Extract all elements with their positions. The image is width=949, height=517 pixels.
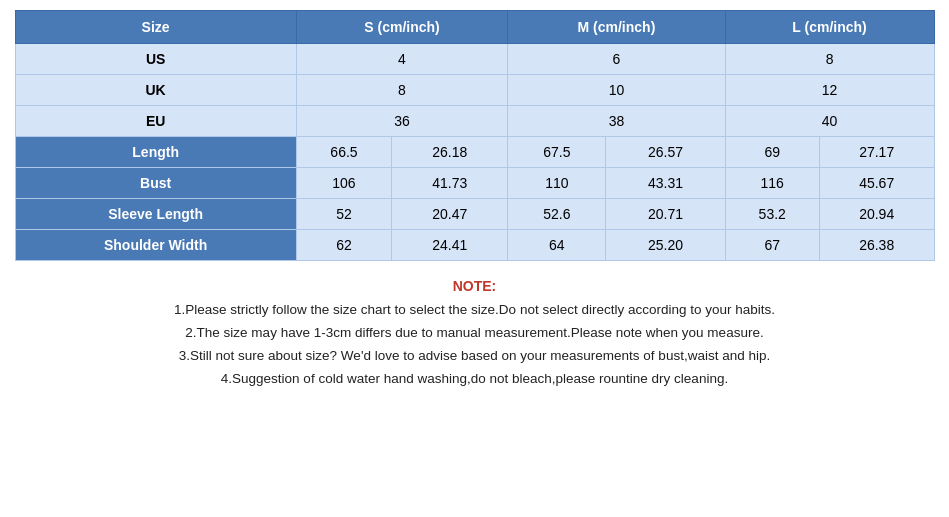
label-sleeve: Sleeve Length [15, 199, 296, 230]
uk-m: 10 [508, 75, 725, 106]
sleeve-m-in: 20.71 [606, 199, 725, 230]
label-shoulder: Shoulder Width [15, 230, 296, 261]
length-l-cm: 69 [725, 137, 819, 168]
note-line-2: 2.The size may have 1-3cm differs due to… [15, 322, 935, 345]
notes-title: NOTE: [15, 275, 935, 299]
header-l: L (cm/inch) [725, 11, 934, 44]
sleeve-s-cm: 52 [296, 199, 391, 230]
length-m-in: 26.57 [606, 137, 725, 168]
bust-s-cm: 106 [296, 168, 391, 199]
bust-m-cm: 110 [508, 168, 606, 199]
us-l: 8 [725, 44, 934, 75]
sleeve-l-cm: 53.2 [725, 199, 819, 230]
length-s-cm: 66.5 [296, 137, 391, 168]
table-row-length: Length 66.5 26.18 67.5 26.57 69 27.17 [15, 137, 934, 168]
notes-section: NOTE: 1.Please strictly follow the size … [15, 275, 935, 391]
shoulder-l-cm: 67 [725, 230, 819, 261]
header-m: M (cm/inch) [508, 11, 725, 44]
note-line-4: 4.Suggestion of cold water hand washing,… [15, 368, 935, 391]
shoulder-m-in: 25.20 [606, 230, 725, 261]
note-line-3: 3.Still not sure about size? We'd love t… [15, 345, 935, 368]
length-l-in: 27.17 [819, 137, 934, 168]
bust-m-in: 43.31 [606, 168, 725, 199]
label-uk: UK [15, 75, 296, 106]
sleeve-m-cm: 52.6 [508, 199, 606, 230]
size-table: Size S (cm/inch) M (cm/inch) L (cm/inch)… [15, 10, 935, 261]
eu-m: 38 [508, 106, 725, 137]
table-row-eu: EU 36 38 40 [15, 106, 934, 137]
main-container: Size S (cm/inch) M (cm/inch) L (cm/inch)… [15, 10, 935, 391]
shoulder-m-cm: 64 [508, 230, 606, 261]
header-size: Size [15, 11, 296, 44]
bust-s-in: 41.73 [392, 168, 508, 199]
table-header-row: Size S (cm/inch) M (cm/inch) L (cm/inch) [15, 11, 934, 44]
label-eu: EU [15, 106, 296, 137]
bust-l-in: 45.67 [819, 168, 934, 199]
label-length: Length [15, 137, 296, 168]
length-m-cm: 67.5 [508, 137, 606, 168]
table-row-us: US 4 6 8 [15, 44, 934, 75]
eu-l: 40 [725, 106, 934, 137]
sleeve-s-in: 20.47 [392, 199, 508, 230]
table-row-sleeve: Sleeve Length 52 20.47 52.6 20.71 53.2 2… [15, 199, 934, 230]
note-line-1: 1.Please strictly follow the size chart … [15, 299, 935, 322]
shoulder-s-in: 24.41 [392, 230, 508, 261]
label-bust: Bust [15, 168, 296, 199]
us-m: 6 [508, 44, 725, 75]
shoulder-l-in: 26.38 [819, 230, 934, 261]
shoulder-s-cm: 62 [296, 230, 391, 261]
bust-l-cm: 116 [725, 168, 819, 199]
us-s: 4 [296, 44, 508, 75]
uk-s: 8 [296, 75, 508, 106]
table-row-uk: UK 8 10 12 [15, 75, 934, 106]
eu-s: 36 [296, 106, 508, 137]
label-us: US [15, 44, 296, 75]
table-row-bust: Bust 106 41.73 110 43.31 116 45.67 [15, 168, 934, 199]
header-s: S (cm/inch) [296, 11, 508, 44]
length-s-in: 26.18 [392, 137, 508, 168]
uk-l: 12 [725, 75, 934, 106]
sleeve-l-in: 20.94 [819, 199, 934, 230]
table-row-shoulder: Shoulder Width 62 24.41 64 25.20 67 26.3… [15, 230, 934, 261]
